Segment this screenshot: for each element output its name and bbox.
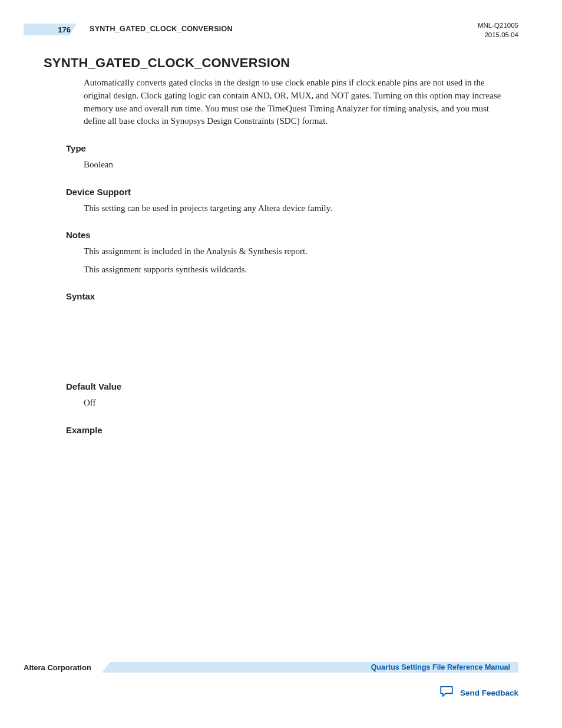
page-number: 176 [24, 24, 77, 35]
section-notes: Notes This assignment is included in the… [44, 230, 518, 276]
section-syntax: Syntax [44, 291, 518, 366]
device-support-value: This setting can be used in projects tar… [84, 202, 508, 215]
doc-date: 2015.05.04 [478, 31, 518, 40]
section-heading-notes: Notes [66, 230, 518, 240]
page-title: SYNTH_GATED_CLOCK_CONVERSION [44, 55, 518, 71]
doc-id: MNL-Q21005 [478, 21, 518, 31]
syntax-body-placeholder [44, 301, 518, 366]
section-heading-example: Example [66, 425, 518, 435]
section-device-support: Device Support This setting can be used … [44, 187, 518, 215]
page-number-box: 176 [44, 24, 77, 35]
header-row: 176 SYNTH_GATED_CLOCK_CONVERSION MNL-Q21… [44, 24, 518, 46]
section-example: Example [44, 425, 518, 435]
section-heading-default-value: Default Value [66, 381, 518, 391]
feedback-row: Send Feedback [24, 684, 518, 701]
default-value: Off [84, 396, 508, 410]
type-value: Boolean [84, 158, 508, 172]
send-feedback-link[interactable]: Send Feedback [460, 689, 518, 697]
section-heading-device-support: Device Support [66, 187, 518, 197]
section-type: Type Boolean [44, 143, 518, 172]
footer: Altera Corporation Quartus Settings File… [24, 661, 518, 701]
footer-row: Altera Corporation Quartus Settings File… [24, 661, 518, 674]
page: 176 SYNTH_GATED_CLOCK_CONVERSION MNL-Q21… [0, 0, 562, 728]
footer-company: Altera Corporation [24, 663, 91, 672]
manual-link[interactable]: Quartus Settings File Reference Manual [371, 663, 510, 671]
doc-id-block: MNL-Q21005 2015.05.04 [478, 21, 518, 39]
section-heading-syntax: Syntax [66, 291, 518, 301]
section-default-value: Default Value Off [44, 381, 518, 410]
intro-paragraph: Automatically converts gated clocks in t… [84, 77, 508, 128]
notes-line-1: This assignment is included in the Analy… [84, 245, 508, 258]
running-title: SYNTH_GATED_CLOCK_CONVERSION [90, 25, 233, 33]
footer-bar: Quartus Settings File Reference Manual [102, 662, 518, 673]
feedback-icon [439, 684, 454, 701]
notes-line-2: This assignment supports synthesis wildc… [84, 263, 508, 276]
section-heading-type: Type [66, 143, 518, 153]
